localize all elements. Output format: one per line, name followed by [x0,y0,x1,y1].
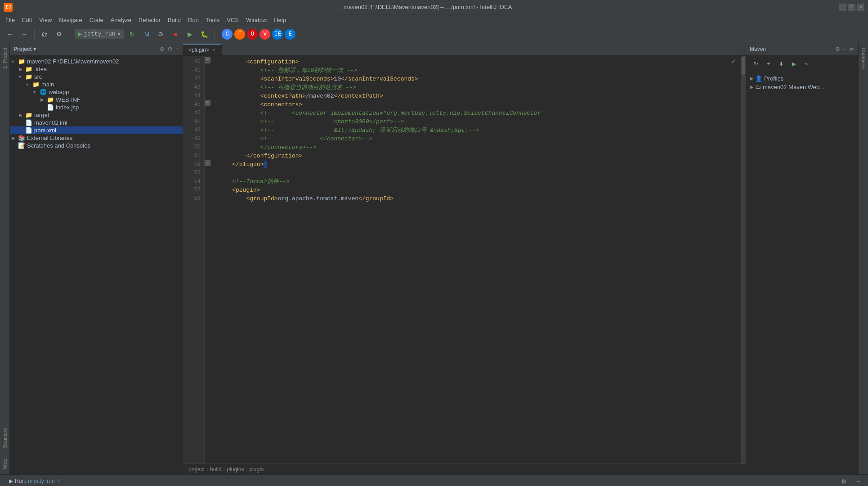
menu-navigate[interactable]: Navigate [55,14,85,26]
stop-config-button[interactable]: ■ [169,28,182,40]
bottom-tab-run[interactable]: ▶ Run: m jetty_run ✕ [4,475,66,486]
breadcrumb-sep-1: › [206,466,208,472]
maven-project-arrow: ▶ [750,84,753,90]
ln-40: 40 [183,58,201,66]
tree-item-iml[interactable]: ▶ 📄 maven02.iml [10,119,183,126]
run-button[interactable]: ▶ [183,28,196,40]
menu-window[interactable]: Window [242,14,270,26]
sync-button[interactable]: ↻ [126,28,139,40]
maven-profiles-arrow: ▶ [750,76,753,81]
project-gear-icon[interactable]: ⚙ [167,45,173,52]
maven-profiles[interactable]: ▶ 👤 Profiles [746,74,858,83]
tree-item-extlibs[interactable]: ▶ 📚 External Libraries [10,134,183,142]
code-line-42: <scanIntervalSeconds>10</scanIntervalSec… [218,75,741,83]
extlibs-icon: 📚 [18,135,25,141]
close-tab-icon[interactable]: ✕ [212,47,216,53]
run-config-dropdown[interactable]: ▶ jetty_run ▾ [75,29,124,39]
code-line-56: <groupId>org.apache.tomcat.maven</groupI… [218,194,741,203]
menu-vcs[interactable]: VCS [223,14,242,26]
tree-item-webapp[interactable]: ▾ 🌐 webapp [10,88,183,96]
tree-item-idea[interactable]: ▶ 📁 .idea [10,65,183,73]
menu-build[interactable]: Build [164,14,184,26]
maven-more-btn[interactable]: » [800,58,813,70]
arrow-webinf: ▶ [40,97,47,102]
maven-run-btn[interactable]: ▶ [787,58,800,70]
project-panel: Project ▾ ⊕ ⚙ − ▾ 📁 maven02 F:\DELL\Mave… [10,42,183,474]
maven-more-icon[interactable]: ≫ [849,46,855,52]
tree-item-webinf[interactable]: ▶ 📁 WEB-INF [10,96,183,104]
menu-code[interactable]: Code [86,14,107,26]
left-tab-structure[interactable]: Structure [0,423,9,454]
tree-item-target[interactable]: ▶ 📁 target [10,111,183,119]
iml-icon: 📄 [25,119,32,126]
tree-item-scratches[interactable]: ▶ 📝 Scratches and Consoles [10,142,183,149]
tree-item-maven02[interactable]: ▾ 📁 maven02 F:\DELL\Maven\maven02 [10,58,183,65]
settings-button[interactable]: ⚙ [53,28,65,40]
tree-item-main[interactable]: ▾ 📁 main [10,81,183,88]
code-content[interactable]: ✓ − − [205,56,741,464]
maven-add-btn[interactable]: + [762,58,775,70]
menu-edit[interactable]: Edit [18,14,36,26]
maven-project[interactable]: ▶ 🗂 maven02 Maven Web... [746,83,858,91]
webinf-name: WEB-INF [56,96,81,103]
forward-button[interactable]: → [18,28,31,40]
line-numbers: 40 41 42 43 44 45 46 47 48 49 50 51 52 5… [183,56,205,464]
fold-45[interactable]: − [205,100,210,106]
menu-analyze[interactable]: Analyze [107,14,135,26]
window-controls[interactable]: — □ ✕ [839,4,864,11]
project-header: Project ▾ ⊕ ⚙ − [10,42,183,56]
menu-file[interactable]: File [2,14,18,26]
project-minimize-icon[interactable]: − [175,45,179,52]
firefox-icon[interactable]: F [234,29,245,40]
tree-item-src[interactable]: ▾ 📁 src [10,73,183,81]
maven-button[interactable]: M [140,28,153,40]
menu-refactor[interactable]: Refactor [135,14,164,26]
editor-scrollbar[interactable] [741,56,746,464]
breadcrumb-build[interactable]: build [210,466,221,472]
maven-download-btn[interactable]: ⬇ [775,58,787,70]
menu-run[interactable]: Run [184,14,202,26]
menu-view[interactable]: View [36,14,55,26]
menu-tools[interactable]: Tools [202,14,223,26]
src-name: src [34,73,42,80]
code-line-40: <configuration> [218,58,741,66]
breadcrumb-project[interactable]: project [188,466,205,472]
maven-profiles-label: Profiles [764,75,783,82]
reload-button[interactable]: ⟳ [155,28,167,40]
opera-icon[interactable]: O [247,29,258,40]
left-tab-web[interactable]: Web [0,454,9,474]
title-bar: IJ maven02 [F:\DELL\Maven\maven02] – …/p… [0,0,868,14]
editor-tabs: <plugin> ✕ [183,42,746,56]
target-folder-icon: 📁 [25,112,32,118]
project-structure-button[interactable]: 🗂 [38,28,51,40]
right-tab-database[interactable]: Database [859,42,868,74]
fold-52[interactable]: − [205,160,210,166]
breadcrumb-plugin[interactable]: plugin [249,466,264,472]
menu-help[interactable]: Help [270,14,290,26]
chrome-icon[interactable]: C [222,29,233,40]
close-button[interactable]: ✕ [857,4,864,11]
ie-icon[interactable]: IE [272,29,283,40]
editor-tab-plugin[interactable]: <plugin> ✕ [183,44,222,55]
toolbar-separator-1 [34,30,35,39]
maven-project-label: maven02 Maven Web... [763,84,824,90]
back-button[interactable]: ← [4,28,16,40]
maven-settings-icon[interactable]: ⚙ [835,46,840,52]
tree-item-pomxml[interactable]: ▶ 📄 pom.xml [10,126,183,134]
project-locate-icon[interactable]: ⊕ [160,45,165,52]
edge-icon[interactable]: E [285,29,295,40]
run-tab-icon: ▶ [9,478,13,484]
bottom-minimize-btn[interactable]: − [852,475,864,486]
bottom-settings-btn[interactable]: ⚙ [837,475,850,486]
maven-collapse-icon[interactable]: − [843,46,846,52]
left-tab-project[interactable]: 1: Project [0,42,9,74]
minimize-button[interactable]: — [839,4,846,11]
debug-button[interactable]: 🐛 [198,28,210,40]
maximize-button[interactable]: □ [848,4,855,11]
vivaldi-icon[interactable]: V [260,29,270,40]
breadcrumb-plugins[interactable]: plugins [227,466,244,472]
maven-refresh-btn[interactable]: ↻ [750,58,762,70]
tree-item-indexjsp[interactable]: ▶ 📄 index.jsp [10,104,183,111]
run-tab-close[interactable]: ✕ [57,478,61,484]
fold-40[interactable]: − [205,57,210,63]
